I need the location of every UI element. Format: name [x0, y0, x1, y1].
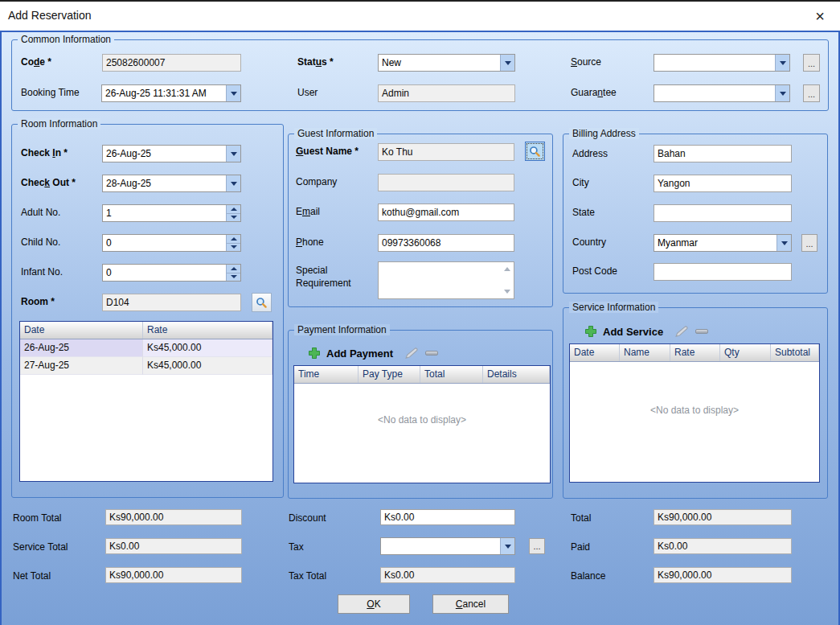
service-col-date[interactable]: Date [570, 344, 620, 361]
check-out-combo[interactable]: 28-Aug-25 [102, 175, 241, 192]
tax-value [381, 538, 500, 554]
cancel-button[interactable]: Cancel [432, 594, 509, 614]
service-information-legend: Service Information [569, 302, 658, 313]
rate-rate-cell[interactable]: Ks45,000.00 [143, 339, 272, 357]
scroll-up-icon[interactable] [504, 267, 510, 271]
infant-spin-up-icon[interactable] [226, 265, 240, 273]
booking-time-dropdown-icon[interactable] [226, 85, 240, 101]
adult-spin-down-icon[interactable] [226, 213, 240, 222]
edit-icon[interactable] [405, 347, 420, 359]
source-browse-button[interactable]: ... [803, 54, 820, 72]
status-dropdown-icon[interactable] [500, 55, 514, 71]
guarantee-combo[interactable] [654, 84, 790, 102]
check-out-value: 28-Aug-25 [103, 175, 226, 191]
tax-browse-button[interactable]: ... [529, 538, 545, 554]
booking-time-combo[interactable]: 26-Aug-25 11:31:31 AM [101, 84, 241, 102]
balance-label: Balance [571, 570, 605, 582]
check-out-label: Check Out * [21, 177, 76, 188]
payment-col-details[interactable]: Details [483, 366, 550, 383]
rate-date-cell[interactable]: 27-Aug-25 [20, 357, 143, 375]
child-spin-up-icon[interactable] [226, 235, 240, 243]
service-col-qty[interactable]: Qty [720, 344, 771, 361]
title-bar: Add Reservation × [0, 2, 840, 31]
ok-button[interactable]: OK [338, 594, 410, 614]
check-in-value: 26-Aug-25 [103, 146, 226, 162]
add-icon[interactable] [308, 347, 321, 360]
infant-no-stepper[interactable]: 0 [102, 264, 241, 282]
rate-table: Date Rate 26-Aug-25 Ks45,000.00 27-Aug-2… [19, 321, 273, 482]
check-in-dropdown-icon[interactable] [226, 146, 240, 162]
balance-field: Ks90,000.00 [654, 567, 792, 583]
service-empty-text: <No data to display> [570, 405, 819, 416]
payment-col-time[interactable]: Time [294, 366, 359, 383]
check-out-dropdown-icon[interactable] [226, 175, 240, 191]
dialog-title: Add Reservation [8, 9, 92, 22]
service-toolbar: Add Service [584, 325, 708, 338]
common-information-legend: Common Information [18, 34, 114, 45]
infant-no-label: Infant No. [21, 266, 63, 278]
city-field[interactable]: Yangon [654, 175, 792, 192]
room-total-label: Room Total [13, 512, 61, 524]
discount-field[interactable]: Ks0.00 [380, 509, 515, 525]
service-col-name[interactable]: Name [620, 344, 670, 361]
adult-no-value: 1 [103, 205, 226, 221]
phone-field[interactable]: 09973360068 [378, 234, 514, 252]
infant-no-value: 0 [103, 265, 226, 281]
tax-dropdown-icon[interactable] [500, 538, 514, 554]
infant-spin-down-icon[interactable] [226, 273, 240, 282]
close-icon[interactable]: × [808, 5, 832, 27]
country-combo[interactable]: Myanmar [654, 234, 792, 252]
child-spin-down-icon[interactable] [226, 243, 240, 252]
net-total-label: Net Total [13, 570, 51, 582]
source-dropdown-icon[interactable] [775, 55, 789, 71]
rate-date-cell[interactable]: 26-Aug-25 [20, 339, 143, 357]
country-browse-button[interactable]: ... [801, 234, 817, 252]
guarantee-dropdown-icon[interactable] [775, 85, 789, 101]
payment-empty-text: <No data to display> [294, 414, 550, 426]
service-col-rate[interactable]: Rate [670, 344, 720, 361]
guarantee-value [654, 85, 775, 101]
adult-no-stepper[interactable]: 1 [102, 204, 241, 222]
code-field: 25082600007 [102, 54, 241, 72]
guarantee-browse-button[interactable]: ... [803, 84, 820, 102]
address-field[interactable]: Bahan [654, 145, 792, 162]
child-no-value: 0 [103, 235, 226, 251]
search-icon [529, 146, 541, 158]
service-col-subtotal[interactable]: Subtotal [771, 344, 819, 361]
source-combo[interactable] [654, 54, 790, 72]
add-payment-button[interactable]: Add Payment [326, 347, 393, 360]
room-field: D104 [102, 294, 241, 311]
phone-label: Phone [296, 236, 324, 248]
adult-spin-up-icon[interactable] [226, 205, 240, 213]
company-field [378, 174, 514, 191]
search-icon [256, 297, 268, 309]
check-in-combo[interactable]: 26-Aug-25 [102, 145, 241, 162]
add-service-button[interactable]: Add Service [603, 326, 663, 338]
special-requirement-textarea[interactable] [378, 261, 514, 299]
edit-icon[interactable] [675, 326, 690, 337]
rate-table-row[interactable]: 26-Aug-25 Ks45,000.00 [20, 339, 272, 357]
net-total-field: Ks90,000.00 [105, 567, 242, 583]
country-value: Myanmar [654, 235, 776, 251]
payment-col-total[interactable]: Total [420, 366, 483, 383]
post-code-field[interactable] [654, 263, 792, 281]
rate-table-col-rate[interactable]: Rate [143, 322, 272, 339]
state-field[interactable] [654, 204, 792, 222]
payment-col-pay-type[interactable]: Pay Type [359, 366, 420, 383]
child-no-stepper[interactable]: 0 [102, 234, 241, 252]
rate-table-col-date[interactable]: Date [20, 322, 143, 339]
guest-search-button[interactable] [525, 142, 545, 161]
scroll-down-icon[interactable] [504, 290, 510, 294]
country-dropdown-icon[interactable] [776, 235, 791, 251]
tax-combo[interactable] [380, 537, 515, 555]
status-combo[interactable]: New [378, 54, 515, 72]
remove-icon[interactable] [425, 351, 438, 356]
room-search-button[interactable] [252, 293, 272, 312]
rate-rate-cell[interactable]: Ks45,000.00 [143, 357, 272, 375]
email-field[interactable]: kothu@gmail.com [378, 204, 514, 221]
remove-icon[interactable] [695, 329, 708, 334]
add-icon[interactable] [584, 325, 597, 338]
status-label: Status * [297, 56, 334, 68]
paid-label: Paid [571, 541, 590, 553]
rate-table-row[interactable]: 27-Aug-25 Ks45,000.00 [20, 357, 272, 375]
